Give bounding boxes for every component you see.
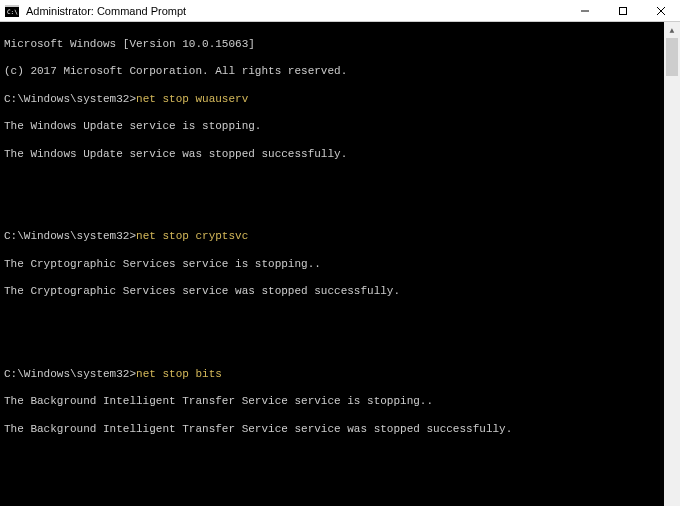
cmd-icon: C:\ xyxy=(4,3,20,19)
command-text: net stop wuauserv xyxy=(136,93,248,105)
vertical-scrollbar[interactable]: ▲ ▼ xyxy=(664,22,680,506)
svg-rect-4 xyxy=(620,8,627,15)
terminal-output[interactable]: Microsoft Windows [Version 10.0.15063] (… xyxy=(0,22,664,506)
output-line: The Cryptographic Services service was s… xyxy=(4,285,660,299)
command-line: C:\Windows\system32>net stop wuauserv xyxy=(4,93,660,107)
blank-line xyxy=(4,478,660,492)
blank-line xyxy=(4,450,660,464)
terminal-area: Microsoft Windows [Version 10.0.15063] (… xyxy=(0,22,680,506)
blank-line xyxy=(4,203,660,217)
command-line: C:\Windows\system32>net stop cryptsvc xyxy=(4,230,660,244)
output-line: The Windows Update service was stopped s… xyxy=(4,148,660,162)
scroll-up-arrow-icon[interactable]: ▲ xyxy=(664,22,680,38)
blank-line xyxy=(4,313,660,327)
prompt: C:\Windows\system32> xyxy=(4,230,136,242)
titlebar[interactable]: C:\ Administrator: Command Prompt xyxy=(0,0,680,22)
output-line: The Windows Update service is stopping. xyxy=(4,120,660,134)
minimize-button[interactable] xyxy=(566,0,604,22)
svg-rect-1 xyxy=(5,5,19,7)
scroll-thumb[interactable] xyxy=(666,38,678,76)
output-line: The Background Intelligent Transfer Serv… xyxy=(4,395,660,409)
command-text: net stop cryptsvc xyxy=(136,230,248,242)
command-line: C:\Windows\system32>net stop bits xyxy=(4,368,660,382)
scroll-track[interactable] xyxy=(664,38,680,506)
prompt: C:\Windows\system32> xyxy=(4,368,136,380)
maximize-button[interactable] xyxy=(604,0,642,22)
blank-line xyxy=(4,340,660,354)
cmd-window: C:\ Administrator: Command Prompt Micros… xyxy=(0,0,680,506)
blank-line xyxy=(4,175,660,189)
output-line: The Cryptographic Services service is st… xyxy=(4,258,660,272)
output-line: The Background Intelligent Transfer Serv… xyxy=(4,423,660,437)
window-controls xyxy=(566,0,680,21)
command-text: net stop bits xyxy=(136,368,222,380)
close-button[interactable] xyxy=(642,0,680,22)
prompt: C:\Windows\system32> xyxy=(4,93,136,105)
header-line: Microsoft Windows [Version 10.0.15063] xyxy=(4,38,660,52)
svg-text:C:\: C:\ xyxy=(7,8,18,15)
window-title: Administrator: Command Prompt xyxy=(26,5,566,17)
header-line: (c) 2017 Microsoft Corporation. All righ… xyxy=(4,65,660,79)
